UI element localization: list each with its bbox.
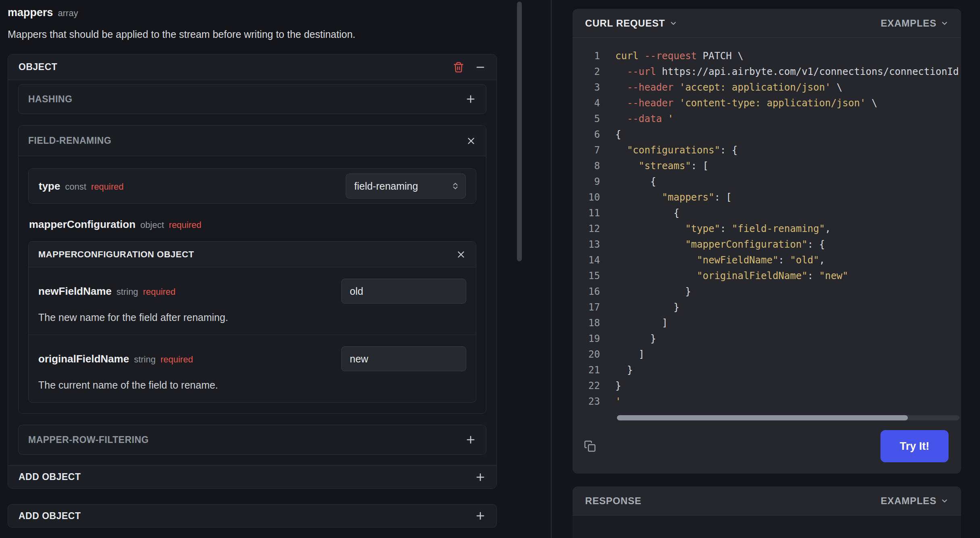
object-card: OBJECT HASHING FIELD-REN: [8, 54, 497, 489]
line-number: 9: [581, 174, 600, 190]
remove-field-renaming-button[interactable]: [466, 136, 476, 146]
section-hashing[interactable]: HASHING: [18, 84, 486, 114]
code-block: 1curl --request PATCH \2 --url https://a…: [573, 38, 961, 420]
line-number: 16: [581, 284, 600, 300]
code-line: 8 "streams": [: [581, 158, 961, 174]
line-number: 6: [581, 127, 600, 143]
curl-request-panel-header: CURL REQUEST EXAMPLES: [573, 9, 961, 38]
code-line: 13 "mapperConfiguration": {: [581, 237, 961, 252]
plus-icon: [465, 434, 476, 445]
field-description: The current name of the field to rename.: [38, 379, 466, 391]
code-line: 7 "configurations": {: [581, 143, 961, 158]
field-kind: object: [140, 220, 164, 230]
code-line: 17 }: [581, 300, 961, 315]
add-object-button-outer[interactable]: ADD OBJECT: [8, 504, 497, 528]
examples-label: EXAMPLES: [881, 495, 936, 507]
object-card-actions: [453, 62, 486, 73]
code-horizontal-scrollbar-track: [617, 415, 959, 420]
line-number: 14: [581, 252, 600, 268]
copy-icon: [584, 440, 596, 452]
object-card-header[interactable]: OBJECT: [8, 54, 496, 80]
line-number: 4: [581, 95, 600, 111]
code-horizontal-scrollbar[interactable]: [617, 415, 908, 420]
add-object-label: ADD OBJECT: [19, 472, 81, 482]
examples-dropdown[interactable]: EXAMPLES: [881, 18, 949, 29]
field-name: newFieldName: [38, 285, 112, 298]
code-line: 20 ]: [581, 347, 961, 362]
object-card-title: OBJECT: [19, 62, 57, 72]
line-number: 19: [581, 331, 600, 347]
code-line: 19 }: [581, 331, 961, 347]
collapse-object-button[interactable]: [475, 62, 486, 73]
type-field-label: type const required: [39, 180, 124, 192]
response-title: RESPONSE: [585, 495, 642, 507]
mapperconfiguration-card-header[interactable]: MAPPERCONFIGURATION OBJECT: [29, 242, 476, 267]
section-mapper-row-filtering[interactable]: MAPPER-ROW-FILTERING: [18, 425, 486, 455]
field-kind: const: [65, 182, 86, 192]
code-line: 21 }: [581, 362, 961, 378]
line-number: 12: [581, 221, 600, 237]
property-header: mappers array: [8, 6, 497, 19]
response-body: [573, 515, 961, 538]
code-line: 18 ]: [581, 315, 961, 331]
code-line: 11 {: [581, 205, 961, 221]
remove-mapperconfiguration-button[interactable]: [456, 249, 466, 260]
code-line: 15 "originalFieldName": "new": [581, 268, 961, 284]
line-number: 8: [581, 158, 600, 174]
code-line: 16 }: [581, 284, 961, 300]
field-renaming-body: type const required field-renaming mappe…: [19, 156, 486, 413]
chevron-down-icon: [941, 497, 949, 505]
line-number: 20: [581, 347, 600, 362]
line-number: 3: [581, 80, 600, 95]
add-object-button-inner[interactable]: ADD OBJECT: [8, 465, 496, 488]
originalFieldName-field: originalFieldName string required The cu…: [29, 335, 476, 402]
code-line: 1curl --request PATCH \: [581, 48, 961, 64]
plus-icon: [465, 93, 476, 105]
code-line: 10 "mappers": [: [581, 190, 961, 205]
add-object-label: ADD OBJECT: [19, 511, 81, 521]
schema-pane: mappers array Mappers that should be app…: [0, 0, 551, 538]
type-select-value: field-renaming: [354, 180, 418, 192]
copy-code-button[interactable]: [584, 440, 596, 452]
chevron-down-icon: [941, 19, 949, 27]
line-number: 23: [581, 394, 600, 410]
code-line: 12 "type": "field-renaming",: [581, 221, 961, 237]
field-name: mapperConfiguration: [29, 218, 135, 231]
curl-request-panel: CURL REQUEST EXAMPLES 1curl --request PA…: [573, 9, 961, 474]
code-line: 3 --header 'accept: application/json' \: [581, 80, 961, 95]
required-badge: required: [91, 182, 124, 192]
type-field-row: type const required field-renaming: [28, 168, 476, 204]
field-renaming-header[interactable]: FIELD-RENAMING: [19, 126, 486, 156]
code-line: 2 --url https://api.airbyte.com/v1/conne…: [581, 64, 961, 80]
mapperconfiguration-card-title: MAPPERCONFIGURATION OBJECT: [38, 249, 194, 260]
response-panel: RESPONSE EXAMPLES: [573, 486, 961, 538]
field-kind: string: [134, 354, 156, 365]
originalFieldName-label: originalFieldName string required: [38, 353, 193, 365]
line-number: 13: [581, 237, 600, 252]
delete-object-button[interactable]: [453, 62, 464, 73]
property-description: Mappers that should be applied to the st…: [8, 29, 497, 40]
line-number: 10: [581, 190, 600, 205]
response-examples-dropdown[interactable]: EXAMPLES: [881, 495, 949, 507]
try-it-button[interactable]: Try It!: [880, 430, 949, 462]
code-line: 6{: [581, 127, 961, 143]
line-number: 22: [581, 378, 600, 394]
left-pane-scrollbar[interactable]: [517, 2, 522, 261]
required-badge: required: [160, 354, 193, 365]
required-badge: required: [143, 287, 176, 297]
code-line: 14 "newFieldName": "old",: [581, 252, 961, 268]
code-line: 9 {: [581, 174, 961, 190]
select-chevrons-icon: [451, 182, 460, 190]
originalFieldName-input[interactable]: [341, 346, 466, 371]
field-renaming-title: FIELD-RENAMING: [28, 135, 111, 146]
curl-request-dropdown[interactable]: CURL REQUEST: [585, 18, 677, 29]
code-line: 22}: [581, 378, 961, 394]
type-select[interactable]: field-renaming: [346, 174, 466, 199]
line-number: 15: [581, 268, 600, 284]
line-number: 11: [581, 205, 600, 221]
code-line: 4 --header 'content-type: application/js…: [581, 95, 961, 111]
newFieldName-input[interactable]: [341, 279, 466, 304]
newFieldName-field: newFieldName string required The new nam…: [29, 267, 476, 335]
line-number: 1: [581, 48, 600, 64]
line-number: 18: [581, 315, 600, 331]
